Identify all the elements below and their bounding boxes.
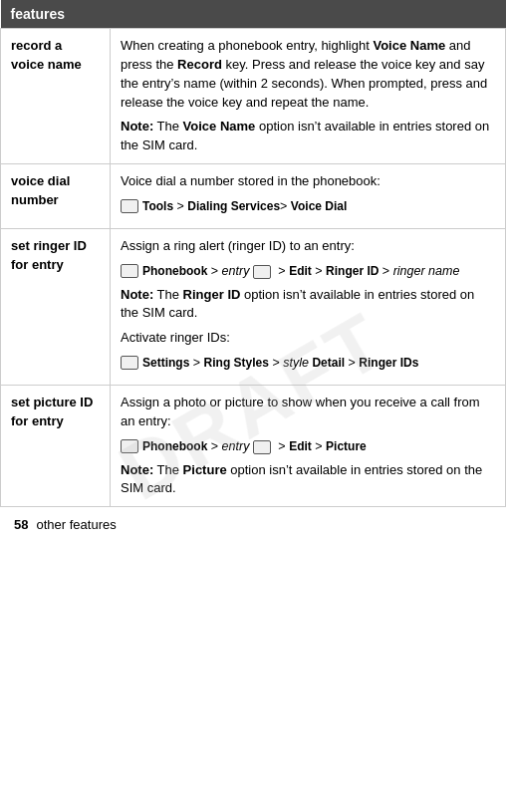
menu-separator: > — [269, 356, 283, 370]
table-row: set picture IDfor entryAssign a photo or… — [1, 386, 506, 507]
note-bold-term: Ringer ID — [183, 287, 241, 302]
menu-text: Tools > Dialing Services> Voice Dial — [142, 197, 347, 215]
feature-label: record avoice name — [1, 29, 111, 164]
features-table: features record avoice nameWhen creating… — [0, 0, 506, 507]
page-container: DRAFT features record avoice nameWhen cr… — [0, 0, 506, 542]
menu-italic-item: ringer name — [393, 264, 460, 278]
menu-text: Settings > Ring Styles > style Detail > … — [142, 354, 418, 372]
menu-separator: > — [207, 264, 221, 278]
menu-line: Settings > Ring Styles > style Detail > … — [121, 354, 495, 372]
table-row: record avoice nameWhen creating a phoneb… — [1, 29, 506, 164]
note-bold-term: Voice Name — [183, 119, 256, 134]
menu-bold-item: Ringer ID — [326, 264, 379, 278]
note-bold-term: Picture — [183, 462, 227, 477]
feature-description: Voice dial a number stored in the phoneb… — [111, 164, 506, 229]
menu-bold-item: Dialing Services — [187, 199, 280, 213]
feature-paragraph: Voice dial a number stored in the phoneb… — [121, 172, 495, 191]
menu-separator: > — [275, 439, 289, 453]
menu-icon — [121, 356, 138, 370]
menu-separator: > — [275, 264, 289, 278]
feature-note: Note: The Voice Name option isn’t availa… — [121, 118, 495, 155]
feature-paragraph: When creating a phonebook entry, highlig… — [121, 37, 495, 112]
feature-note: Note: The Picture option isn’t available… — [121, 461, 495, 499]
note-label: Note: — [121, 119, 153, 134]
menu-icon — [253, 440, 271, 454]
menu-bold-item: Settings — [142, 356, 189, 370]
menu-bold-item: Edit — [289, 264, 312, 278]
menu-icon — [121, 439, 138, 453]
inline-bold: Record — [177, 57, 222, 72]
menu-separator: > — [312, 439, 326, 453]
menu-bold-item: Tools — [142, 199, 173, 213]
note-label: Note: — [121, 287, 153, 302]
feature-description: Assign a ring alert (ringer ID) to an en… — [111, 229, 506, 386]
footer-page-number: 58 — [14, 517, 28, 532]
menu-bold-item: Edit — [289, 439, 312, 453]
menu-separator: > — [312, 264, 326, 278]
feature-paragraph: Activate ringer IDs: — [121, 329, 495, 348]
menu-icon — [121, 264, 138, 278]
menu-bold-item: Voice Dial — [291, 199, 347, 213]
menu-separator: > — [173, 199, 187, 213]
menu-separator: > — [207, 439, 221, 453]
menu-bold-item: Ringer IDs — [359, 356, 418, 370]
feature-label: voice dialnumber — [1, 164, 111, 229]
footer: 58 other features — [0, 507, 506, 542]
menu-line: Phonebook > entry > Edit > Picture — [121, 437, 495, 455]
feature-paragraph: Assign a ring alert (ringer ID) to an en… — [121, 237, 495, 256]
menu-bold-item: Detail — [312, 356, 345, 370]
feature-label: set ringer IDfor entry — [1, 229, 111, 386]
menu-italic-item: style — [283, 356, 309, 370]
menu-icon — [253, 265, 271, 279]
menu-line: Tools > Dialing Services> Voice Dial — [121, 197, 495, 215]
menu-bold-item: Ring Styles — [204, 356, 269, 370]
feature-description: When creating a phonebook entry, highlig… — [111, 29, 506, 164]
inline-bold: Voice Name — [373, 38, 445, 53]
feature-description: Assign a photo or picture to show when y… — [111, 386, 506, 507]
menu-italic-item: entry — [222, 264, 250, 278]
table-row: voice dialnumberVoice dial a number stor… — [1, 164, 506, 229]
note-label: Note: — [121, 462, 153, 477]
menu-bold-item: Picture — [326, 439, 367, 453]
menu-text: Phonebook > entry > Edit > Ringer ID > r… — [142, 262, 459, 280]
table-header: features — [1, 0, 506, 29]
menu-bold-item: Phonebook — [142, 439, 207, 453]
menu-italic-item: entry — [222, 439, 250, 453]
table-row: set ringer IDfor entryAssign a ring aler… — [1, 229, 506, 386]
menu-line: Phonebook > entry > Edit > Ringer ID > r… — [121, 262, 495, 280]
menu-text: Phonebook > entry > Edit > Picture — [142, 437, 367, 455]
menu-separator: > — [280, 199, 291, 213]
menu-icon — [121, 199, 138, 213]
feature-label: set picture IDfor entry — [1, 386, 111, 507]
menu-separator: > — [345, 356, 359, 370]
menu-separator: > — [189, 356, 203, 370]
menu-separator: > — [379, 264, 392, 278]
menu-bold-item: Phonebook — [142, 264, 207, 278]
footer-text: other features — [36, 517, 116, 532]
feature-note: Note: The Ringer ID option isn’t availab… — [121, 286, 495, 324]
feature-paragraph: Assign a photo or picture to show when y… — [121, 394, 495, 431]
